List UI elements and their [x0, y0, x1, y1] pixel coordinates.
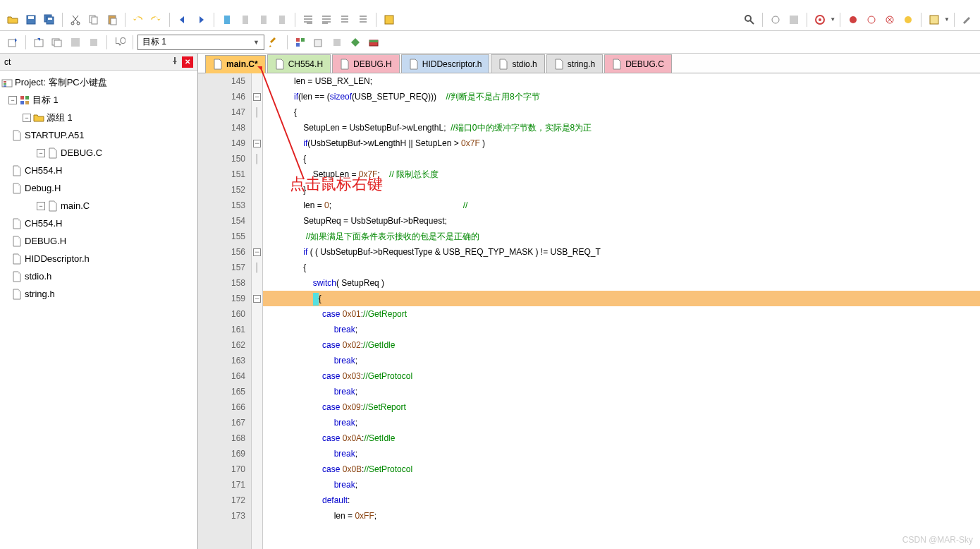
fold-marker[interactable]	[252, 508, 262, 524]
code-line[interactable]: break;	[263, 477, 980, 493]
cut-icon[interactable]	[67, 11, 84, 28]
tree-item[interactable]: DEBUG.H	[1, 232, 196, 250]
tree-item[interactable]: CH554.H	[1, 162, 196, 179]
forward-icon[interactable]	[192, 11, 209, 28]
code-line[interactable]: if(UsbSetupBuf->wLengthH || SetupLen > 0…	[263, 135, 980, 151]
code-line[interactable]: len = 0xFF;	[263, 508, 980, 524]
fold-marker[interactable]	[252, 322, 262, 337]
comment-icon[interactable]	[336, 11, 353, 28]
paste-icon[interactable]	[104, 11, 121, 28]
pin-icon[interactable]	[171, 56, 179, 67]
editor-tab[interactable]: stdio.h	[491, 54, 544, 73]
toolbox-icon[interactable]	[365, 34, 382, 51]
target-icon[interactable]	[811, 11, 828, 28]
fold-marker[interactable]	[252, 446, 262, 461]
debug-icon[interactable]	[767, 11, 784, 28]
build-icon[interactable]	[30, 34, 47, 51]
project-tree[interactable]: Project: 客制PC小键盘 − 目标 1 − 源组 1 STARTUP.A…	[0, 71, 197, 549]
download-icon[interactable]: LOAD	[111, 34, 128, 51]
fold-marker[interactable]: −	[252, 89, 262, 104]
close-panel-icon[interactable]: ✕	[182, 56, 193, 68]
bookmark-clear-icon[interactable]	[274, 11, 290, 28]
code-line[interactable]: case 0x09://SetReport	[263, 399, 980, 415]
fold-marker[interactable]	[252, 198, 262, 213]
code-line[interactable]: case 0x0B://SetProtocol	[263, 461, 980, 477]
tree-item[interactable]: −main.C	[1, 197, 196, 215]
fold-marker[interactable]	[252, 430, 262, 446]
collapse-icon[interactable]: −	[37, 202, 45, 210]
save-icon[interactable]	[23, 11, 39, 28]
fold-strip[interactable]: −│−│−│−	[252, 73, 263, 549]
fold-marker[interactable]: −	[252, 291, 262, 306]
code-line[interactable]: SetupReq = UsbSetupBuf->bRequest;	[263, 213, 980, 229]
bookmark-icon[interactable]	[219, 11, 235, 28]
stop-build-icon[interactable]	[85, 34, 102, 51]
code-line[interactable]: {	[263, 151, 980, 167]
fold-marker[interactable]	[252, 182, 262, 198]
save-all-icon[interactable]	[41, 11, 58, 28]
breakpoint-disable-icon[interactable]	[863, 11, 880, 28]
tree-item[interactable]: CH554.H	[1, 215, 196, 232]
code-line[interactable]: break;	[263, 322, 980, 337]
manage-proj-icon[interactable]	[292, 34, 309, 51]
copy-icon[interactable]	[85, 11, 102, 28]
tree-item[interactable]: STARTUP.A51	[1, 126, 196, 144]
fold-marker[interactable]	[252, 306, 262, 322]
fold-marker[interactable]	[252, 120, 262, 135]
fold-marker[interactable]	[252, 384, 262, 399]
window-icon[interactable]	[926, 11, 943, 28]
back-icon[interactable]	[174, 11, 191, 28]
configure-icon[interactable]	[959, 11, 976, 28]
redo-icon[interactable]	[148, 11, 165, 28]
fold-marker[interactable]	[252, 337, 262, 353]
collapse-icon[interactable]: −	[23, 114, 31, 122]
bookmark-prev-icon[interactable]	[237, 11, 254, 28]
code-line[interactable]: len = 0; //	[263, 198, 980, 213]
breakpoint-icon[interactable]	[845, 11, 862, 28]
find-icon[interactable]	[741, 11, 758, 28]
fold-marker[interactable]	[252, 477, 262, 493]
uncomment-icon[interactable]	[355, 11, 372, 28]
code-line[interactable]: default:	[263, 493, 980, 508]
code-line[interactable]: case 0x03://GetProtocol	[263, 368, 980, 384]
tree-item[interactable]: string.h	[1, 285, 196, 303]
fold-marker[interactable]	[252, 275, 262, 291]
fold-marker[interactable]	[252, 229, 262, 244]
editor-tab[interactable]: string.h	[546, 54, 603, 73]
target-dropdown[interactable]: 目标 1 ▼	[137, 35, 264, 50]
outdent-icon[interactable]	[318, 11, 335, 28]
code-line[interactable]: switch( SetupReq )	[263, 275, 980, 291]
fold-marker[interactable]: −	[252, 135, 262, 151]
fold-marker[interactable]	[252, 353, 262, 368]
code-line[interactable]: break;	[263, 384, 980, 399]
code-line[interactable]: break;	[263, 353, 980, 368]
tree-target[interactable]: − 目标 1	[1, 91, 196, 109]
fold-marker[interactable]	[252, 493, 262, 508]
options-target-icon[interactable]	[266, 34, 283, 51]
fold-marker[interactable]: │	[252, 104, 262, 120]
fold-marker[interactable]	[252, 368, 262, 384]
multi-proj-icon[interactable]	[310, 34, 327, 51]
code-line[interactable]: case 0x01://GetReport	[263, 306, 980, 322]
bookmark-next-icon[interactable]	[255, 11, 272, 28]
collapse-icon[interactable]: −	[37, 149, 45, 157]
code-line[interactable]: if(len == (sizeof(USB_SETUP_REQ))) //判断是…	[263, 89, 980, 104]
editor-tab[interactable]: CH554.H	[267, 54, 331, 73]
code-line[interactable]: case 0x02://GetIdle	[263, 337, 980, 353]
code-line[interactable]: break;	[263, 415, 980, 430]
undo-icon[interactable]	[130, 11, 147, 28]
editor-tab[interactable]: HIDDescriptor.h	[401, 54, 490, 73]
tree-item[interactable]: stdio.h	[1, 267, 196, 285]
breakpoint-manage-icon[interactable]	[900, 11, 917, 28]
tree-root[interactable]: Project: 客制PC小键盘	[1, 73, 196, 91]
code-line[interactable]: {	[263, 260, 980, 275]
fold-marker[interactable]	[252, 461, 262, 477]
code-line[interactable]: }	[263, 182, 980, 198]
code-line[interactable]: case 0x0A://SetIdle	[263, 430, 980, 446]
tree-group[interactable]: − 源组 1	[1, 109, 196, 126]
batch-build-icon[interactable]	[67, 34, 84, 51]
fold-marker[interactable]: │	[252, 151, 262, 167]
app-icon[interactable]	[381, 11, 398, 28]
editor-tab[interactable]: main.C*	[205, 55, 266, 73]
code-line[interactable]: //如果满足下面条件表示接收的包是不是正确的	[263, 229, 980, 244]
